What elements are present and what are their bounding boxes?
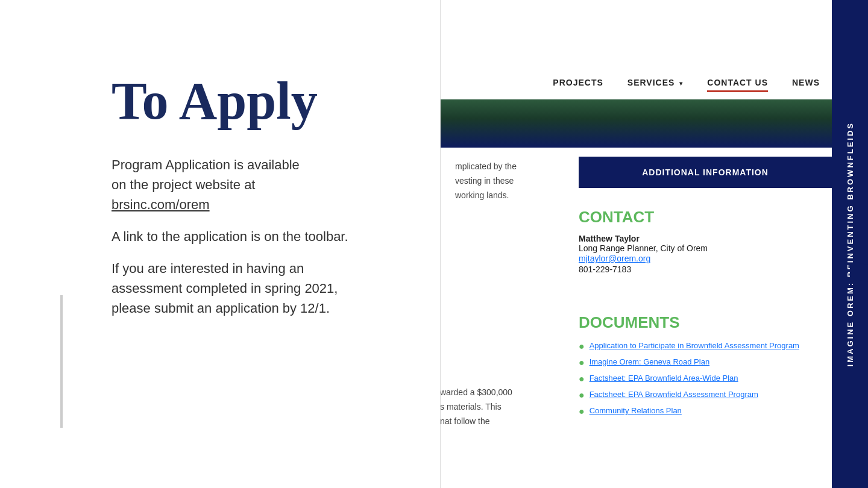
documents-heading: DOCUMENTS [579, 313, 823, 332]
partial-text-line1: mplicated by the [455, 161, 517, 171]
nav-item-services[interactable]: SERVICES ▾ [627, 78, 683, 87]
services-arrow: ▾ [679, 80, 683, 87]
bullet-icon: ● [579, 390, 585, 401]
bullet-icon: ● [579, 357, 585, 368]
page-title: To Apply [112, 72, 404, 131]
contact-section: CONTACT Matthew Taylor Long Range Planne… [579, 208, 823, 275]
nav-bar: PROJECTS SERVICES ▾ CONTACT US NEWS [440, 0, 832, 99]
list-item: ● Application to Participate in Brownfie… [579, 340, 823, 352]
doc-link-3[interactable]: Factsheet: EPA Brownfield Area-Wide Plan [590, 373, 738, 384]
list-item: ● Community Relations Plan [579, 405, 823, 417]
body-text-2: A link to the application is on the tool… [112, 227, 404, 246]
doc-link-5[interactable]: Community Relations Plan [590, 405, 682, 416]
hero-image [440, 99, 832, 148]
vertical-sidebar-text: IMAGINE OREM: REINVENTING BROWNFLEIDS [846, 122, 855, 366]
contact-name: Matthew Taylor [579, 234, 823, 243]
doc-link-4[interactable]: Factsheet: EPA Brownfield Assessment Pro… [590, 389, 758, 400]
nav-items: PROJECTS SERVICES ▾ CONTACT US NEWS [553, 78, 820, 87]
nav-item-contact-us[interactable]: CONTACT US [707, 78, 768, 87]
partial-awarded: warded a $300,000 [440, 387, 512, 397]
doc-link-1[interactable]: Application to Participate in Brownfield… [590, 340, 799, 351]
nav-item-news[interactable]: NEWS [792, 78, 820, 87]
additional-info-button[interactable]: ADDITIONAL INFORMATION [579, 157, 832, 188]
contact-title: Long Range Planner, City of Orem [579, 243, 823, 253]
list-item: ● Factsheet: EPA Brownfield Area-Wide Pl… [579, 373, 823, 384]
contact-phone: 801-229-7183 [579, 264, 631, 274]
contact-heading: CONTACT [579, 208, 823, 227]
panel-divider [440, 0, 441, 488]
bottom-partial-text: warded a $300,000 s materials. This nat … [440, 386, 573, 428]
vertical-sidebar: IMAGINE OREM: REINVENTING BROWNFLEIDS [832, 0, 868, 488]
documents-section: DOCUMENTS ● Application to Participate i… [579, 313, 823, 422]
body-text-1: Program Application is available on the … [112, 155, 404, 214]
nav-item-projects[interactable]: PROJECTS [553, 78, 603, 87]
contact-email[interactable]: mjtaylor@orem.org [579, 254, 650, 263]
bullet-icon: ● [579, 406, 585, 417]
partial-follow: nat follow the [440, 416, 490, 426]
left-panel: To Apply Program Application is availabl… [0, 0, 440, 488]
body-text-3: If you are interested in having an asses… [112, 258, 404, 318]
doc-link-2[interactable]: Imagine Orem: Geneva Road Plan [590, 357, 709, 368]
website-link[interactable]: brsinc.com/orem [112, 197, 210, 212]
list-item: ● Imagine Orem: Geneva Road Plan [579, 357, 823, 368]
right-panel: IMAGINE OREM: REINVENTING BROWNFLEIDS PR… [440, 0, 868, 488]
bullet-icon: ● [579, 341, 585, 352]
left-divider [60, 295, 63, 428]
partial-text-top: mplicated by the vesting in these workin… [455, 160, 588, 202]
list-item: ● Factsheet: EPA Brownfield Assessment P… [579, 389, 823, 401]
bullet-icon: ● [579, 374, 585, 384]
partial-materials: s materials. This [440, 402, 502, 411]
partial-text-line2: vesting in these [455, 176, 514, 186]
partial-text-line3: working lands. [455, 190, 509, 200]
documents-list: ● Application to Participate in Brownfie… [579, 340, 823, 417]
